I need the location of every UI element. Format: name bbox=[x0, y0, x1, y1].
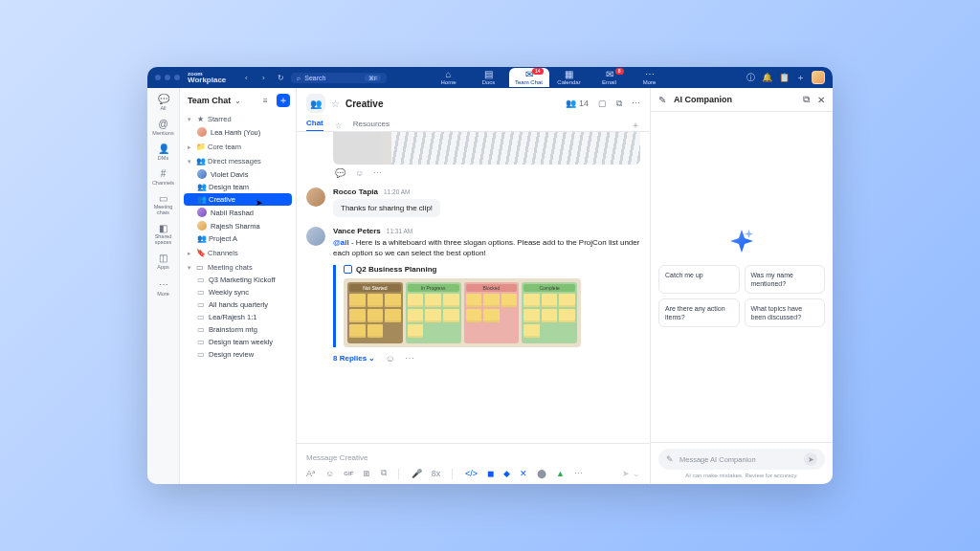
nav-calendar[interactable]: ▦Calendar bbox=[549, 68, 590, 87]
sidebar-item[interactable]: Nabil Rashad bbox=[184, 206, 292, 219]
ai-suggestion[interactable]: What topics have been discussed? bbox=[745, 298, 826, 327]
traffic-dot[interactable] bbox=[174, 75, 180, 80]
ai-header: ✎ AI Companion ⧉ ✕ bbox=[651, 88, 833, 112]
avatar[interactable] bbox=[812, 71, 825, 84]
app-drive-icon[interactable]: ▲ bbox=[556, 469, 565, 478]
new-chat-button[interactable]: ＋ bbox=[277, 94, 290, 107]
chevron-down-icon[interactable]: ⌄ bbox=[234, 97, 241, 105]
code-icon[interactable]: </> bbox=[465, 469, 478, 478]
section-dms[interactable]: ▾👥Direct messages bbox=[184, 155, 292, 167]
app-diamond-icon[interactable]: ◆ bbox=[503, 469, 510, 478]
sidebar-item[interactable]: ▭Weekly sync bbox=[184, 286, 292, 298]
ai-send-button[interactable]: ➤ bbox=[804, 452, 817, 466]
filter-icon[interactable]: ≡ bbox=[263, 97, 273, 105]
sidebar-item[interactable]: 👥Project A bbox=[184, 232, 292, 245]
rail-shared-spaces[interactable]: ◧Shared spaces bbox=[147, 223, 179, 245]
react-icon[interactable]: ☺ bbox=[355, 168, 364, 178]
whiteboard-icon bbox=[344, 265, 352, 274]
composer-toolbar: Aᵃ ☺ GIF 🗎 ⧉ │ 🎤 8x │ </> ◼ ◆ ✕ ⬤ ▲ ⋯ bbox=[306, 468, 640, 478]
rail-more[interactable]: ⋯More bbox=[157, 279, 169, 297]
sidebar-item[interactable]: Violet Davis bbox=[184, 167, 292, 181]
bell-icon[interactable]: 🔔 bbox=[762, 73, 772, 82]
rail-apps[interactable]: ◫Apps bbox=[157, 253, 169, 270]
sidebar-item[interactable]: ▭Q3 Marketing Kickoff bbox=[184, 274, 292, 286]
ai-suggestion[interactable]: Was my name mentioned? bbox=[745, 265, 826, 294]
video-clip-preview[interactable] bbox=[333, 132, 640, 165]
nav-back-icon[interactable]: ‹ bbox=[241, 73, 251, 82]
members-button[interactable]: 👥 14 bbox=[566, 99, 589, 108]
rail-channels[interactable]: #Channels bbox=[152, 168, 174, 186]
search-input[interactable]: ⌕ Search ⌘F bbox=[291, 73, 387, 83]
reply-icon[interactable]: 💬 bbox=[335, 168, 345, 178]
section-meeting-chats[interactable]: ▾▭Meeting chats bbox=[184, 261, 292, 274]
badge: 14 bbox=[532, 68, 544, 75]
nav-more[interactable]: ⋯More bbox=[630, 68, 670, 87]
sidebar-item[interactable]: Rajesh Sharma bbox=[184, 219, 292, 232]
sidebar-item[interactable]: ▭Design review bbox=[184, 348, 292, 361]
traffic-dot[interactable] bbox=[165, 75, 170, 80]
emoji-icon[interactable]: ☺ bbox=[325, 469, 334, 478]
plus-icon[interactable]: ＋ bbox=[796, 72, 805, 84]
section-starred[interactable]: ▾★Starred bbox=[184, 113, 292, 125]
sidebar-item[interactable]: ▭Design team weekly bbox=[184, 336, 292, 348]
section-core-team[interactable]: ▸📁Core team bbox=[184, 141, 292, 153]
traffic-dot[interactable] bbox=[155, 75, 161, 80]
nav-docs[interactable]: ▤Docs bbox=[469, 68, 509, 87]
sidebar-item[interactable]: Lea Hanh (You) bbox=[184, 125, 292, 139]
screenshot-icon[interactable]: ⧉ bbox=[381, 468, 387, 478]
send-button[interactable]: ➤ ⌄ bbox=[622, 469, 640, 478]
sidebar-item[interactable]: ▭Lea/Rajesh 1:1 bbox=[184, 311, 292, 323]
mic-icon[interactable]: 🎤 bbox=[412, 469, 422, 478]
history-icon[interactable]: ↻ bbox=[276, 73, 285, 82]
nav-email[interactable]: ✉8Email bbox=[590, 68, 630, 87]
email-icon: ✉ bbox=[606, 70, 613, 79]
ai-input[interactable]: ✎ Message AI Companion ➤ bbox=[658, 449, 825, 470]
more-icon[interactable]: ⋯ bbox=[574, 469, 583, 478]
ai-composer: ✎ Message AI Companion ➤ AI can make mis… bbox=[651, 442, 833, 484]
screen-share-button[interactable]: ⧉ bbox=[616, 99, 622, 109]
more-icon[interactable]: ⋯ bbox=[405, 353, 414, 364]
video-call-button[interactable]: ▢ bbox=[598, 99, 607, 108]
replies-link[interactable]: 8 Replies ⌄ bbox=[333, 354, 375, 363]
sidebar-item[interactable]: 👥Design team bbox=[184, 181, 292, 193]
tab-resources[interactable]: Resources bbox=[353, 120, 390, 132]
more-icon[interactable]: ⋯ bbox=[632, 99, 640, 108]
tab-chat[interactable]: Chat bbox=[306, 119, 323, 132]
add-tab-button[interactable]: ＋ bbox=[631, 119, 640, 132]
message-author: Rocco Tapia bbox=[333, 187, 378, 196]
app-github-icon[interactable]: ⬤ bbox=[537, 469, 546, 478]
app-box-icon[interactable]: ◼ bbox=[487, 469, 494, 478]
gif-button[interactable]: GIF bbox=[344, 471, 353, 476]
record-icon[interactable]: 8x bbox=[432, 469, 441, 478]
ai-suggestion[interactable]: Are there any action items? bbox=[658, 298, 740, 327]
format-icon[interactable]: Aᵃ bbox=[306, 469, 316, 478]
react-icon[interactable]: ☺ bbox=[385, 353, 394, 364]
people-icon: 👥 bbox=[196, 157, 204, 165]
window-controls[interactable] bbox=[155, 75, 180, 80]
composer-input[interactable]: Message Creative bbox=[306, 450, 640, 468]
nav-home[interactable]: ⌂Home bbox=[429, 68, 469, 87]
clipboard-icon[interactable]: 📋 bbox=[779, 73, 790, 82]
attach-icon[interactable]: 🗎 bbox=[363, 469, 371, 478]
rail-mentions[interactable]: @Mentions bbox=[152, 119, 173, 136]
nav-team-chat[interactable]: ✉14Team Chat bbox=[509, 68, 549, 87]
brand-line2: Workplace bbox=[188, 77, 226, 84]
whiteboard-card[interactable]: Q2 Business Planning Not Started In Prog… bbox=[333, 265, 640, 347]
close-icon[interactable]: ✕ bbox=[817, 95, 825, 105]
more-icon[interactable]: ⋯ bbox=[373, 168, 382, 178]
rail-dms[interactable]: 👤DMs bbox=[158, 143, 169, 161]
ai-suggestions: Catch me up Was my name mentioned? Are t… bbox=[658, 265, 825, 327]
edit-icon[interactable]: ✎ bbox=[658, 95, 666, 105]
app-x-icon[interactable]: ✕ bbox=[520, 469, 527, 478]
rail-meeting-chats[interactable]: ▭Meeting chats bbox=[147, 193, 179, 215]
rail-all[interactable]: 💬All bbox=[158, 94, 169, 111]
popout-icon[interactable]: ⧉ bbox=[803, 94, 810, 105]
star-icon[interactable]: ☆ bbox=[331, 99, 340, 109]
sidebar-item[interactable]: ▭Brainstorm mtg bbox=[184, 323, 292, 336]
nav-forward-icon[interactable]: › bbox=[258, 73, 268, 82]
sidebar-item[interactable]: ▭All hands quarterly bbox=[184, 298, 292, 311]
sidebar-item-creative[interactable]: 👥Creative➤ bbox=[184, 193, 292, 206]
section-channels[interactable]: ▸🔖Channels bbox=[184, 247, 292, 259]
info-icon[interactable]: ⓘ bbox=[746, 72, 755, 84]
ai-suggestion[interactable]: Catch me up bbox=[658, 265, 740, 294]
